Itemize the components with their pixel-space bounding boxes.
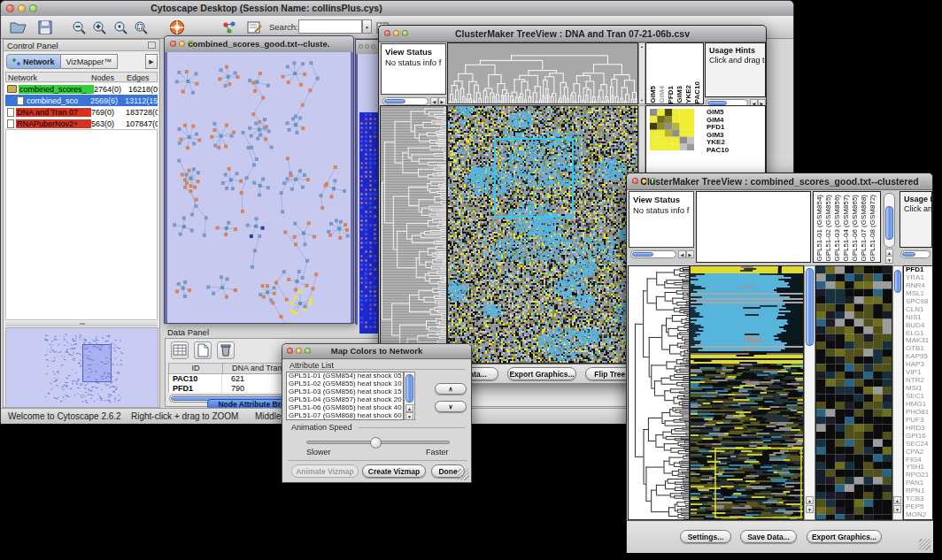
column-label: PFD1 [667, 86, 675, 104]
zoom-fit-icon[interactable] [134, 20, 149, 35]
column-dendrogram-area[interactable] [696, 191, 811, 263]
network-nodes: 563(0) [91, 119, 126, 128]
network-window-title: combined_scores_good.txt--cluste... [189, 39, 330, 49]
scroll-down-icon[interactable]: ▼ [893, 505, 901, 513]
column-panel-vscroll[interactable] [884, 193, 895, 248]
column-dendrogram-canvas[interactable] [448, 43, 637, 104]
zoom-window-icon[interactable] [402, 30, 408, 36]
treeview1-column-labels: GIM5GIM4PFD1GIM3YKE2PAC10 [645, 42, 704, 104]
gene-list[interactable]: PFD1YRA1RNR4MSL1SPC98CLN1NIS1BUD4ELG1MAK… [903, 265, 933, 520]
close-icon[interactable] [384, 30, 390, 36]
gene-list-vscroll[interactable]: ▲ ▼ [892, 265, 903, 520]
view-status-panel: View Status No status info f [629, 191, 694, 248]
view-status-scrollbar[interactable] [630, 250, 676, 258]
export-graphics-button[interactable]: Export Graphics... [807, 530, 882, 543]
scroll-right-icon[interactable]: ▶ [686, 250, 694, 258]
scroll-down-icon[interactable]: ▼ [806, 505, 814, 513]
minimize-icon[interactable] [18, 4, 26, 12]
minimize-icon[interactable] [393, 30, 399, 36]
attribute-table-icon[interactable] [171, 341, 189, 359]
network-row[interactable]: DNA and Tran 07769(0)183728(0) [5, 106, 158, 118]
open-file-icon[interactable] [10, 20, 27, 35]
zoom-window-icon[interactable] [371, 44, 375, 49]
float-panel-icon[interactable] [148, 42, 156, 49]
col-network[interactable]: Network [8, 73, 37, 82]
scroll-up-icon[interactable]: ▲ [893, 496, 901, 504]
id-column-header[interactable]: ID [169, 364, 223, 373]
settings-button[interactable]: Settings... [680, 530, 731, 543]
gene-label[interactable]: MON2 [906, 511, 932, 519]
network-window-titlebar[interactable]: combined_scores_good.txt--cluste... [165, 36, 353, 53]
close-icon[interactable] [6, 4, 14, 12]
treeview2-column-labels: GPL51-01 (GSM854)GPL51-02 (GSM855)GPL51-… [813, 191, 881, 263]
dialog-button-row: Animate VizmapCreate VizmapDone [282, 344, 473, 484]
resize-grip-icon[interactable] [919, 539, 930, 550]
window-title: Cytoscape Desktop (Session Name: collins… [151, 3, 382, 13]
network-canvas[interactable] [167, 52, 351, 323]
annotation-icon[interactable] [247, 20, 263, 35]
network-edges: 16218(0) [128, 85, 158, 94]
search-input[interactable] [298, 19, 362, 34]
search-dropdown-icon[interactable]: ▼ [362, 19, 372, 34]
heatmap-canvas[interactable] [691, 266, 803, 519]
network-row[interactable]: combined_scores_2764(0)16218(0) [5, 83, 158, 95]
resize-grip-icon[interactable] [458, 469, 469, 480]
close-icon[interactable] [170, 41, 176, 47]
zoom-heatmap-canvas[interactable] [816, 266, 892, 519]
column-label: GPL51-04 (GSM857) [842, 195, 850, 262]
zoom-in-icon[interactable] [92, 20, 107, 35]
usage-hints-scrollbar[interactable] [900, 250, 930, 258]
usage-hints-title: Usage Hints [904, 195, 931, 203]
create-vizmap-button[interactable]: Create Vizmap [362, 464, 426, 478]
file-icon [7, 119, 14, 128]
dense-network-canvas[interactable] [359, 112, 380, 334]
scroll-left-icon[interactable]: ◀ [678, 250, 686, 258]
delete-attribute-icon[interactable] [217, 341, 235, 359]
treeview2-titlebar[interactable]: ClusterMaker TreeView : combined_scores_… [627, 173, 932, 190]
scroll-right-icon[interactable]: ▶ [438, 97, 446, 105]
column-label: GIM3 [676, 86, 683, 104]
usage-hints-panel: Usage Hints Click and drag to [705, 42, 766, 97]
save-icon[interactable] [38, 20, 52, 35]
tab-overflow-button[interactable]: ▶ [145, 54, 158, 69]
column-label: GPL51-06 (GSM865) [851, 195, 859, 262]
dendrogram-vscroll[interactable]: ▲ ▼ [638, 42, 645, 104]
network-view-window-2 [355, 39, 379, 324]
minimize-icon[interactable] [179, 41, 185, 47]
scroll-left-icon[interactable]: ◀ [430, 97, 438, 105]
export-graphics-button[interactable]: Export Graphics... [507, 367, 576, 380]
birdseye-canvas[interactable] [6, 328, 158, 407]
network-row[interactable]: combined_sco2569(6)13112(15) [5, 95, 158, 106]
minimize-icon[interactable] [365, 44, 369, 49]
birdseye-view[interactable] [5, 327, 158, 408]
save-data-button[interactable]: Save Data... [740, 530, 797, 543]
vizmapper-icon[interactable] [222, 20, 237, 35]
tab-vizmapper[interactable]: VizMapper™ [61, 54, 119, 69]
main-titlebar[interactable]: Cytoscape Desktop (Session Name: collins… [1, 1, 793, 17]
row-dendrogram-canvas[interactable] [629, 266, 689, 519]
view-status-scrollbar[interactable] [382, 97, 429, 105]
row-dendrogram-canvas[interactable] [381, 106, 446, 363]
folder-icon [7, 85, 17, 93]
scroll-up-icon[interactable]: ▲ [806, 496, 814, 504]
heatmap-canvas[interactable] [448, 106, 637, 363]
close-icon[interactable] [359, 44, 363, 49]
zoom-window-icon[interactable] [29, 4, 37, 12]
network-edges: 13112(15) [125, 96, 158, 105]
scroll-down-icon[interactable]: ▼ [885, 256, 893, 264]
col-nodes[interactable]: Nodes [91, 73, 114, 82]
help-lifesaver-icon[interactable] [169, 19, 185, 35]
new-attribute-icon[interactable] [194, 341, 212, 359]
correlation-matrix-canvas[interactable] [650, 109, 694, 150]
panel-splitter[interactable] [5, 321, 158, 326]
zoom-actual-icon[interactable] [113, 20, 128, 35]
zoom-out-icon[interactable] [72, 20, 87, 35]
row-id: PAC10 [169, 374, 222, 383]
network-row[interactable]: RNAPuberNov2+563(0)107847(0) [5, 118, 158, 129]
tab-network[interactable]: Network [6, 54, 61, 69]
col-edges[interactable]: Edges [127, 73, 150, 82]
view-status-text: No status info f [633, 205, 693, 215]
heatmap-vscroll[interactable]: ▲ ▼ [804, 265, 815, 520]
treeview1-titlebar[interactable]: ClusterMaker TreeView : DNA and Tran 07-… [379, 26, 766, 42]
close-icon[interactable] [632, 178, 638, 184]
